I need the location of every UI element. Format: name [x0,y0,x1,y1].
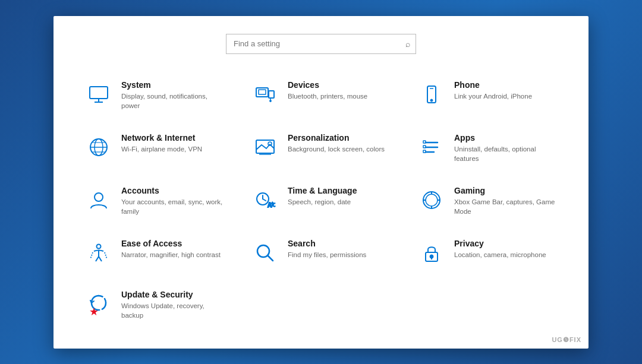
setting-devices[interactable]: Devices Bluetooth, printers, mouse [244,72,398,119]
update-security-icon: ★ [84,290,113,318]
svg-rect-0 [90,87,108,99]
setting-time-language[interactable]: A 文 Time & Language Speech, region, date [244,178,398,224]
update-security-title: Update & Security [121,290,225,299]
phone-text: Phone Link your Android, iPhone [454,80,532,101]
devices-icon [251,80,279,109]
setting-phone[interactable]: Phone Link your Android, iPhone [410,72,565,119]
devices-text: Devices Bluetooth, printers, mouse [288,80,367,101]
personalization-text: Personalization Background, lock screen,… [288,133,385,154]
accounts-title: Accounts [121,186,225,195]
search-setting-icon [251,239,279,267]
search-icon: ⌕ [405,39,410,49]
ease-of-access-text: Ease of Access Narrator, magnifier, high… [121,239,221,259]
accounts-desc: Your accounts, email, sync, work, family [121,197,225,216]
system-desc: Display, sound, notifications, power [121,91,225,110]
accounts-icon [84,186,113,214]
svg-point-37 [97,245,101,249]
system-title: System [121,80,225,90]
svg-rect-5 [269,91,274,98]
svg-point-25 [95,193,103,201]
watermark: UG❺FIX [552,336,581,344]
phone-title: Phone [454,80,532,90]
time-language-desc: Speech, region, date [288,197,357,207]
setting-privacy[interactable]: Privacy Location, camera, microphone [410,230,565,276]
time-language-text: Time & Language Speech, region, date [288,186,357,207]
network-icon [84,133,113,162]
search-desc: Find my files, permissions [288,250,366,259]
svg-line-39 [268,255,273,261]
privacy-title: Privacy [454,239,546,248]
accounts-text: Accounts Your accounts, email, sync, wor… [121,186,225,216]
svg-rect-4 [259,90,266,94]
network-text: Network & Internet Wi-Fi, airplane mode,… [121,133,202,154]
network-title: Network & Internet [121,133,202,143]
gaming-desc: Xbox Game Bar, captures, Game Mode [454,197,558,216]
svg-rect-23 [423,145,426,148]
svg-point-7 [270,100,271,102]
phone-desc: Link your Android, iPhone [454,91,532,101]
ease-of-access-desc: Narrator, magnifier, high contrast [121,250,221,259]
privacy-desc: Location, camera, microphone [454,250,546,259]
svg-text:文: 文 [270,202,275,207]
time-language-icon: A 文 [251,186,279,214]
apps-icon [417,133,446,162]
settings-grid: System Display, sound, notifications, po… [77,72,565,329]
svg-point-10 [431,99,433,101]
system-text: System Display, sound, notifications, po… [121,80,225,110]
privacy-icon [417,239,446,267]
time-language-title: Time & Language [288,186,357,195]
system-icon [84,80,113,109]
search-input[interactable] [226,34,416,54]
svg-point-32 [426,194,438,206]
personalization-icon [251,133,279,162]
search-text: Search Find my files, permissions [288,239,366,259]
svg-line-28 [263,199,266,201]
update-security-desc: Windows Update, recovery, backup [121,301,225,320]
setting-search[interactable]: Search Find my files, permissions [244,230,398,276]
personalization-desc: Background, lock screen, colors [288,144,385,154]
update-security-text: Update & Security Windows Update, recove… [121,290,225,320]
apps-text: Apps Uninstall, defaults, optional featu… [454,133,558,163]
gaming-icon [417,186,446,214]
devices-desc: Bluetooth, printers, mouse [288,91,367,101]
phone-icon [417,80,446,109]
setting-ease-of-access[interactable]: Ease of Access Narrator, magnifier, high… [77,230,232,276]
search-title: Search [288,239,366,248]
ease-of-access-icon [84,239,113,267]
devices-title: Devices [288,80,367,90]
settings-window: ⌕ System Display, sound, notifications, … [54,16,588,349]
setting-network[interactable]: Network & Internet Wi-Fi, airplane mode,… [77,125,232,172]
gaming-text: Gaming Xbox Game Bar, captures, Game Mod… [454,186,558,216]
setting-apps[interactable]: Apps Uninstall, defaults, optional featu… [410,125,565,172]
star-badge: ★ [89,306,99,317]
network-desc: Wi-Fi, airplane mode, VPN [121,144,202,154]
setting-accounts[interactable]: Accounts Your accounts, email, sync, wor… [77,178,232,224]
apps-title: Apps [454,133,558,143]
search-container: ⌕ [226,34,416,54]
personalization-title: Personalization [288,133,385,143]
ease-of-access-title: Ease of Access [121,239,221,248]
gaming-title: Gaming [454,186,558,195]
setting-personalization[interactable]: Personalization Background, lock screen,… [244,125,398,172]
setting-system[interactable]: System Display, sound, notifications, po… [77,72,232,119]
svg-rect-24 [423,150,426,153]
setting-gaming[interactable]: Gaming Xbox Game Bar, captures, Game Mod… [410,178,565,224]
apps-desc: Uninstall, defaults, optional features [454,144,558,163]
setting-update-security[interactable]: ★ Update & Security Windows Update, reco… [77,281,232,328]
privacy-text: Privacy Location, camera, microphone [454,239,546,259]
svg-point-41 [430,255,433,258]
svg-rect-22 [423,141,426,143]
